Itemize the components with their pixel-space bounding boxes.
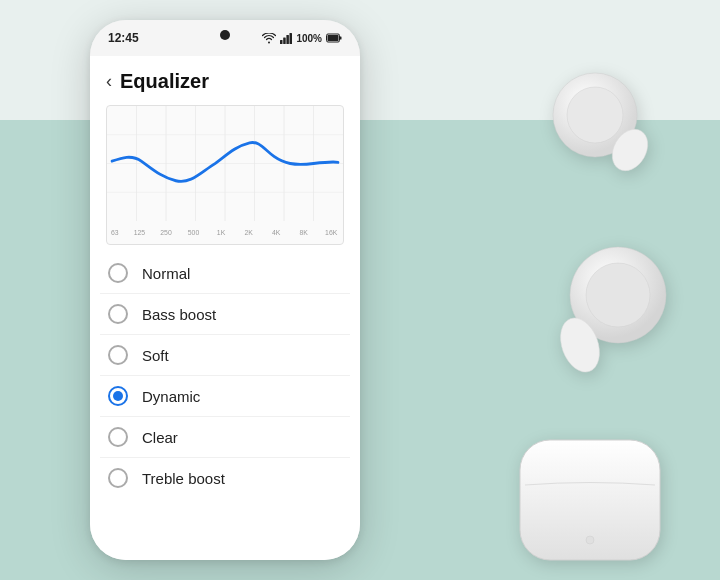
earbud-left-svg [550, 230, 690, 390]
eq-options-list: Normal Bass boost Soft Dynamic [90, 253, 360, 498]
signal-icon [280, 33, 292, 44]
eq-label-normal: Normal [142, 265, 190, 282]
radio-clear[interactable] [108, 427, 128, 447]
svg-rect-5 [340, 37, 342, 40]
eq-option-bass-boost[interactable]: Bass boost [100, 294, 350, 335]
screen-header: ‹ Equalizer [90, 56, 360, 101]
scene: 12:45 100% [0, 0, 720, 580]
radio-bass-boost[interactable] [108, 304, 128, 324]
radio-dynamic[interactable] [108, 386, 128, 406]
eq-option-normal[interactable]: Normal [100, 253, 350, 294]
radio-normal[interactable] [108, 263, 128, 283]
svg-text:16K: 16K [325, 227, 337, 237]
earbud-case [510, 420, 670, 570]
screen-title: Equalizer [120, 70, 209, 93]
svg-point-30 [586, 263, 650, 327]
svg-text:8K: 8K [299, 227, 307, 237]
svg-rect-2 [287, 35, 290, 44]
radio-dynamic-fill [113, 391, 123, 401]
svg-text:125: 125 [134, 227, 145, 237]
svg-point-33 [586, 536, 594, 544]
svg-text:63: 63 [111, 227, 119, 237]
svg-text:2K: 2K [244, 227, 252, 237]
svg-text:250: 250 [160, 227, 171, 237]
phone: 12:45 100% [90, 20, 360, 560]
earbud-right [530, 60, 660, 190]
svg-text:4K: 4K [272, 227, 280, 237]
svg-text:1K: 1K [217, 227, 225, 237]
eq-chart-svg: 63 125 250 500 1K 2K 4K 8K 16K [107, 106, 343, 244]
battery-icon [326, 33, 342, 43]
svg-text:500: 500 [188, 227, 199, 237]
battery-label: 100% [296, 33, 322, 44]
status-icons: 100% [262, 33, 342, 44]
earbud-right-svg [530, 60, 660, 190]
svg-point-27 [567, 87, 623, 143]
back-button[interactable]: ‹ [106, 71, 112, 92]
eq-label-soft: Soft [142, 347, 169, 364]
case-svg [510, 420, 670, 570]
earbud-left [550, 230, 690, 390]
status-time: 12:45 [108, 31, 139, 45]
camera-notch [220, 30, 230, 40]
radio-soft[interactable] [108, 345, 128, 365]
equalizer-chart: 63 125 250 500 1K 2K 4K 8K 16K [106, 105, 344, 245]
svg-rect-3 [290, 33, 293, 44]
eq-option-treble-boost[interactable]: Treble boost [100, 458, 350, 498]
phone-screen: ‹ Equalizer [90, 56, 360, 560]
eq-label-clear: Clear [142, 429, 178, 446]
eq-option-clear[interactable]: Clear [100, 417, 350, 458]
eq-label-dynamic: Dynamic [142, 388, 200, 405]
eq-label-bass-boost: Bass boost [142, 306, 216, 323]
eq-option-dynamic[interactable]: Dynamic [100, 376, 350, 417]
svg-rect-0 [280, 40, 283, 44]
radio-treble-boost[interactable] [108, 468, 128, 488]
eq-label-treble-boost: Treble boost [142, 470, 225, 487]
svg-rect-1 [284, 37, 287, 44]
wifi-icon [262, 33, 276, 44]
svg-rect-6 [328, 35, 339, 41]
eq-option-soft[interactable]: Soft [100, 335, 350, 376]
status-bar: 12:45 100% [90, 20, 360, 56]
